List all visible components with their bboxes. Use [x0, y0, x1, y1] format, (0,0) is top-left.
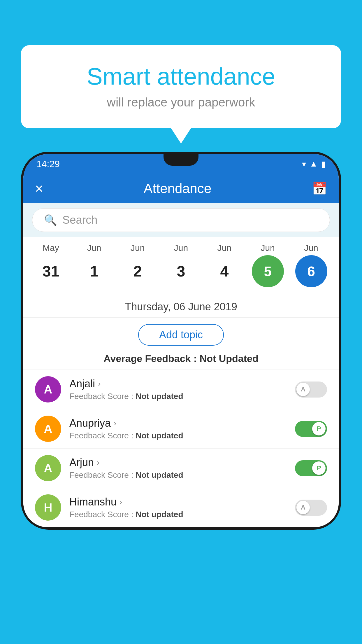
speech-bubble: Smart attendance will replace your paper…: [21, 45, 341, 128]
cal-col-1[interactable]: Jun 1: [73, 243, 116, 287]
student-list: A Anjali › Feedback Score : Not updated …: [23, 370, 339, 527]
toggle-anupriya[interactable]: P: [295, 421, 327, 437]
status-icons: ▾ ▲ ▮: [302, 159, 326, 169]
date-header: Thursday, 06 June 2019: [23, 293, 339, 318]
student-avatar-arjun: A: [35, 455, 61, 481]
chevron-icon: ›: [97, 458, 99, 467]
student-avatar-anjali: A: [35, 376, 61, 402]
student-feedback-himanshu: Feedback Score : Not updated: [69, 510, 287, 519]
status-bar: 14:29 ▾ ▲ ▮: [23, 154, 339, 174]
toggle-arjun[interactable]: P: [295, 460, 327, 476]
cal-date-0[interactable]: 31: [35, 255, 67, 287]
cal-col-3[interactable]: Jun 3: [159, 243, 203, 287]
student-avatar-himanshu: H: [35, 494, 61, 521]
calendar-months-row: May 31 Jun 1 Jun 2 Jun 3: [23, 243, 339, 287]
chevron-icon: ›: [98, 379, 101, 388]
speech-bubble-container: Smart attendance will replace your paper…: [21, 45, 341, 128]
cal-col-6[interactable]: Jun 6: [289, 243, 333, 287]
student-feedback-anjali: Feedback Score : Not updated: [69, 392, 287, 401]
student-feedback-anupriya: Feedback Score : Not updated: [69, 431, 287, 440]
search-icon: 🔍: [44, 214, 57, 226]
student-name-anjali: Anjali ›: [69, 378, 287, 390]
attendance-toggle-anupriya[interactable]: P: [295, 421, 327, 437]
average-feedback: Average Feedback : Not Updated: [23, 350, 339, 370]
cal-col-4[interactable]: Jun 4: [203, 243, 246, 287]
cal-col-2[interactable]: Jun 2: [116, 243, 159, 287]
notch: [164, 154, 198, 166]
student-item-anupriya[interactable]: A Anupriya › Feedback Score : Not update…: [23, 409, 339, 449]
toggle-thumb-anupriya: P: [312, 422, 326, 435]
student-name-anupriya: Anupriya ›: [69, 417, 287, 429]
cal-month-1: Jun: [87, 243, 101, 253]
phone-screen: 14:29 ▾ ▲ ▮ × Attendance 📅 🔍 Search: [23, 154, 339, 527]
phone-frame: 14:29 ▾ ▲ ▮ × Attendance 📅 🔍 Search: [21, 152, 341, 530]
toggle-thumb-anjali: A: [296, 383, 310, 396]
student-feedback-arjun: Feedback Score : Not updated: [69, 470, 287, 480]
close-button[interactable]: ×: [35, 181, 43, 197]
cal-month-3: Jun: [174, 243, 188, 253]
cal-date-2[interactable]: 2: [122, 255, 154, 287]
attendance-toggle-arjun[interactable]: P: [295, 460, 327, 476]
app-title: Attendance: [43, 181, 312, 196]
speech-bubble-subtitle: will replace your paperwork: [44, 95, 318, 109]
add-topic-container: Add topic: [23, 318, 339, 350]
search-bar[interactable]: 🔍 Search: [32, 208, 330, 232]
toggle-anjali[interactable]: A: [295, 382, 327, 398]
cal-month-4: Jun: [217, 243, 231, 253]
search-bar-container: 🔍 Search: [23, 203, 339, 237]
phone-container: 14:29 ▾ ▲ ▮ × Attendance 📅 🔍 Search: [21, 152, 341, 644]
attendance-toggle-himanshu[interactable]: A: [295, 500, 327, 516]
cal-date-3[interactable]: 3: [165, 255, 197, 287]
cal-col-5[interactable]: Jun 5: [246, 243, 289, 287]
add-topic-button[interactable]: Add topic: [138, 324, 224, 346]
app-header: × Attendance 📅: [23, 174, 339, 203]
cal-month-0: May: [43, 243, 59, 253]
cal-date-6[interactable]: 6: [295, 255, 327, 287]
student-item-arjun[interactable]: A Arjun › Feedback Score : Not updated P: [23, 449, 339, 488]
toggle-thumb-himanshu: A: [296, 501, 310, 514]
student-name-himanshu: Himanshu ›: [69, 496, 287, 508]
signal-icon: ▲: [310, 159, 318, 169]
student-info-anjali: Anjali › Feedback Score : Not updated: [69, 378, 287, 401]
avg-feedback-label: Average Feedback :: [103, 353, 199, 364]
avg-feedback-value: Not Updated: [200, 353, 259, 364]
cal-date-1[interactable]: 1: [78, 255, 110, 287]
chevron-icon: ›: [114, 419, 116, 428]
student-avatar-anupriya: A: [35, 416, 61, 442]
cal-col-0[interactable]: May 31: [29, 243, 73, 287]
student-info-himanshu: Himanshu › Feedback Score : Not updated: [69, 496, 287, 519]
calendar-strip: May 31 Jun 1 Jun 2 Jun 3: [23, 237, 339, 293]
toggle-thumb-arjun: P: [312, 461, 326, 475]
cal-month-6: Jun: [304, 243, 318, 253]
attendance-toggle-anjali[interactable]: A: [295, 382, 327, 398]
search-placeholder: Search: [62, 214, 97, 226]
student-item-himanshu[interactable]: H Himanshu › Feedback Score : Not update…: [23, 488, 339, 527]
cal-date-4[interactable]: 4: [208, 255, 240, 287]
student-name-arjun: Arjun ›: [69, 456, 287, 469]
student-info-arjun: Arjun › Feedback Score : Not updated: [69, 456, 287, 480]
speech-bubble-title: Smart attendance: [44, 63, 318, 90]
toggle-himanshu[interactable]: A: [295, 500, 327, 516]
student-info-anupriya: Anupriya › Feedback Score : Not updated: [69, 417, 287, 440]
cal-month-2: Jun: [131, 243, 145, 253]
cal-date-5[interactable]: 5: [252, 255, 284, 287]
student-item-anjali[interactable]: A Anjali › Feedback Score : Not updated …: [23, 370, 339, 409]
chevron-icon: ›: [120, 497, 122, 507]
status-time: 14:29: [36, 159, 60, 169]
calendar-icon[interactable]: 📅: [312, 181, 327, 196]
cal-month-5: Jun: [261, 243, 275, 253]
battery-icon: ▮: [321, 159, 326, 169]
wifi-icon: ▾: [302, 159, 306, 169]
